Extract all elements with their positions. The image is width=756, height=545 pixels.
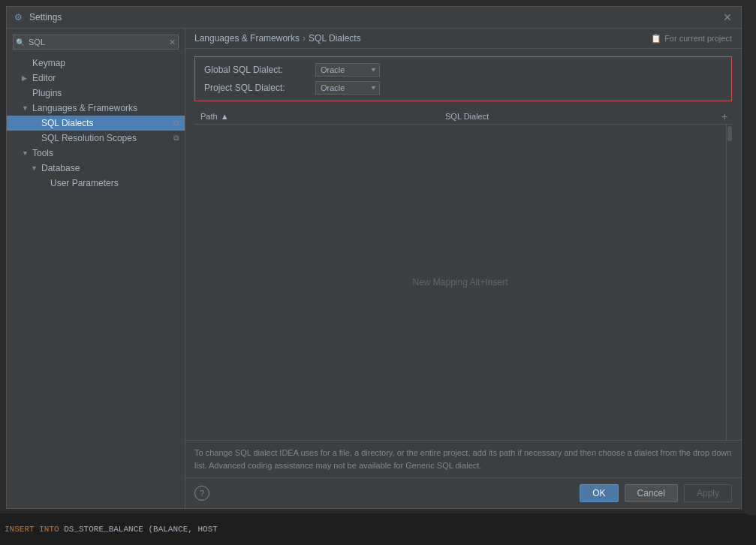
title-bar-left: ⚙ Settings	[14, 12, 62, 23]
breadcrumb-parent: Languages & Frameworks	[194, 33, 300, 44]
ok-button[interactable]: OK	[580, 484, 618, 502]
main-content: Languages & Frameworks › SQL Dialects 📋 …	[185, 29, 741, 508]
cancel-button[interactable]: Cancel	[625, 484, 678, 502]
sidebar-item-database[interactable]: ▼ Database	[7, 161, 185, 176]
dialog-overlay: ⚙ Settings ✕ 🔍 ✕ Keymap	[6, 6, 756, 515]
editor-arrow: ▶	[22, 74, 29, 82]
sql-resolution-copy-icon[interactable]: ⧉	[173, 134, 179, 143]
col-dialect-header: SQL Dialect	[439, 109, 717, 124]
sidebar-item-keymap[interactable]: Keymap	[7, 56, 185, 71]
sidebar: 🔍 ✕ Keymap ▶ Editor Plugins	[7, 29, 185, 508]
sidebar-item-editor[interactable]: ▶ Editor	[7, 71, 185, 86]
sidebar-item-label: Tools	[32, 148, 53, 158]
for-current-project: 📋 For current project	[651, 34, 732, 44]
sidebar-item-plugins[interactable]: Plugins	[7, 86, 185, 101]
sidebar-item-label: Database	[41, 163, 80, 173]
title-bar: ⚙ Settings ✕	[7, 7, 741, 29]
sidebar-item-sql-resolution-scopes[interactable]: SQL Resolution Scopes ⧉	[7, 131, 185, 146]
dialog-title: Settings	[29, 12, 62, 23]
code-comma: ,	[188, 525, 197, 534]
table-body-wrapper: New Mapping Alt+Insert	[194, 125, 732, 440]
project-dialect-row: Project SQL Dialect: Oracle Auto-detect …	[204, 81, 722, 95]
search-box: 🔍 ✕	[13, 35, 179, 50]
db-arrow: ▼	[31, 164, 38, 172]
breadcrumb-separator: ›	[303, 33, 306, 44]
footer-right: OK Cancel Apply	[580, 484, 732, 502]
breadcrumb: Languages & Frameworks › SQL Dialects	[194, 33, 361, 44]
help-button[interactable]: ?	[194, 486, 209, 501]
table-area: Path ▲ SQL Dialect + New Mapping Alt+Ins…	[194, 109, 732, 440]
sidebar-item-label: Keymap	[32, 58, 65, 68]
dialog-footer: ? OK Cancel Apply	[185, 477, 741, 508]
add-mapping-button[interactable]: +	[717, 109, 732, 124]
search-icon: 🔍	[16, 38, 25, 47]
project-dialect-select-wrapper: Oracle Auto-detect Generic MySQL Postgre…	[315, 81, 380, 95]
table-header: Path ▲ SQL Dialect +	[194, 109, 732, 125]
sql-dialects-copy-icon[interactable]: ⧉	[173, 119, 179, 128]
empty-table-message: New Mapping Alt+Insert	[412, 277, 508, 288]
sidebar-item-label: SQL Dialects	[41, 118, 94, 128]
project-icon: 📋	[651, 34, 661, 44]
sidebar-item-user-parameters[interactable]: User Parameters	[7, 176, 185, 191]
apply-button[interactable]: Apply	[684, 484, 732, 502]
code-col-balance: BALANCE	[153, 525, 188, 534]
project-dialect-select[interactable]: Oracle Auto-detect Generic MySQL Postgre…	[315, 81, 380, 95]
sidebar-item-label: User Parameters	[50, 178, 119, 188]
description-text: To change SQL dialect IDEA uses for a fi…	[185, 440, 741, 477]
sidebar-item-tools[interactable]: ▼ Tools	[7, 146, 185, 161]
code-table-name: DS_STORE_BALANCE	[64, 525, 148, 534]
global-dialect-label: Global SQL Dialect:	[204, 65, 309, 75]
close-button[interactable]: ✕	[721, 11, 733, 23]
global-dialect-select[interactable]: Oracle Auto-detect Generic MySQL Postgre…	[315, 63, 380, 77]
path-label: Path	[200, 112, 218, 121]
search-clear-icon[interactable]: ✕	[169, 38, 176, 47]
for-project-label: For current project	[664, 34, 732, 43]
sidebar-item-sql-dialects[interactable]: SQL Dialects ⧉	[7, 116, 185, 131]
sidebar-item-label: Languages & Frameworks	[32, 103, 137, 113]
breadcrumb-bar: Languages & Frameworks › SQL Dialects 📋 …	[185, 29, 741, 49]
dialog-body: 🔍 ✕ Keymap ▶ Editor Plugins	[7, 29, 741, 508]
sidebar-item-languages-frameworks[interactable]: ▼ Languages & Frameworks	[7, 101, 185, 116]
table-body: New Mapping Alt+Insert	[194, 125, 726, 440]
global-dialect-select-wrapper: Oracle Auto-detect Generic MySQL Postgre…	[315, 63, 380, 77]
search-input[interactable]	[13, 35, 179, 50]
tools-arrow: ▼	[22, 149, 29, 157]
col-path-header: Path ▲	[194, 109, 439, 124]
code-col-host: HOST	[197, 525, 217, 534]
footer-left: ?	[194, 486, 209, 501]
scroll-handle[interactable]	[727, 126, 732, 141]
breadcrumb-current: SQL Dialects	[309, 33, 361, 44]
lf-arrow: ▼	[22, 104, 29, 112]
project-dialect-label: Project SQL Dialect:	[204, 83, 309, 93]
code-editor-bar: INSERT INTO DS_STORE_BALANCE (BALANCE, H…	[0, 513, 756, 545]
vertical-scrollbar[interactable]	[726, 125, 732, 440]
sidebar-item-label: Plugins	[32, 88, 62, 98]
settings-dialog: ⚙ Settings ✕ 🔍 ✕ Keymap	[6, 6, 742, 509]
settings-icon: ⚙	[14, 12, 25, 23]
code-keyword-insert: INSERT INTO	[5, 525, 64, 534]
dialect-settings-box: Global SQL Dialect: Oracle Auto-detect G…	[194, 56, 732, 101]
sidebar-item-label: SQL Resolution Scopes	[41, 133, 137, 143]
path-sort-icon: ▲	[221, 112, 229, 121]
global-dialect-row: Global SQL Dialect: Oracle Auto-detect G…	[204, 63, 722, 77]
sidebar-item-label: Editor	[32, 73, 56, 83]
